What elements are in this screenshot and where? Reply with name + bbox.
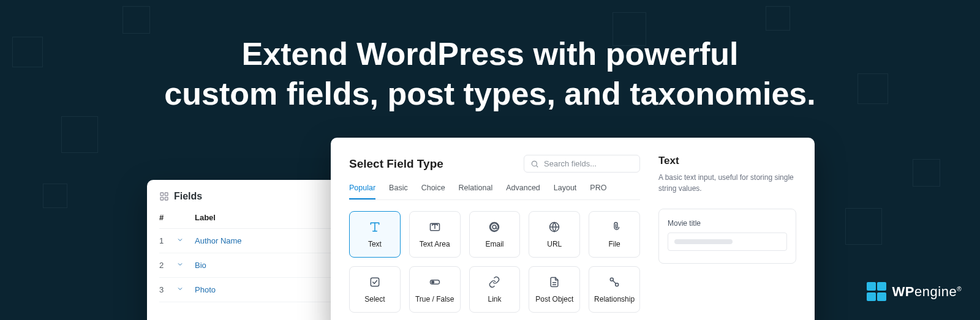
headline-line-1: Extend WordPress with powerful — [242, 36, 739, 72]
hero-headline: Extend WordPress with powerful custom fi… — [0, 34, 980, 114]
search-placeholder: Search fields... — [544, 159, 597, 168]
tab-choice[interactable]: Choice — [421, 184, 445, 199]
search-input[interactable]: Search fields... — [524, 155, 640, 173]
svg-rect-3 — [165, 197, 168, 200]
svg-rect-2 — [160, 197, 164, 200]
post-icon — [548, 276, 560, 290]
field-row-number: 1 — [159, 236, 176, 245]
fields-icon — [159, 192, 169, 201]
field-type-url[interactable]: URL — [529, 211, 580, 258]
field-type-tabs: PopularBasicChoiceRelationalAdvancedLayo… — [349, 184, 640, 200]
select-panel-title: Select Field Type — [349, 157, 443, 171]
wpengine-logo: WPengine® — [867, 282, 962, 302]
wpengine-logo-text: WPengine® — [892, 284, 962, 300]
column-number: # — [159, 213, 176, 222]
detail-title: Text — [658, 155, 796, 167]
svg-line-21 — [613, 280, 616, 283]
chevron-down-icon[interactable] — [176, 261, 195, 270]
textarea-icon — [429, 221, 441, 235]
field-type-post-object[interactable]: Post Object — [529, 266, 580, 313]
field-type-label: Link — [488, 295, 501, 303]
field-type-label: Relationship — [594, 295, 635, 303]
search-icon — [530, 160, 539, 168]
svg-point-4 — [532, 161, 537, 166]
fields-title-text: Fields — [174, 191, 202, 202]
field-type-link[interactable]: Link — [469, 266, 521, 313]
svg-point-11 — [493, 225, 497, 229]
field-type-label: Post Object — [535, 295, 573, 303]
tab-basic[interactable]: Basic — [389, 184, 408, 199]
svg-line-5 — [537, 165, 538, 167]
tab-advanced[interactable]: Advanced — [506, 184, 540, 199]
field-type-true-false[interactable]: True / False — [409, 266, 461, 313]
field-type-select[interactable]: Select — [349, 266, 401, 313]
field-preview: Movie title — [658, 209, 796, 264]
svg-rect-1 — [165, 193, 168, 196]
field-type-label: Email — [485, 240, 503, 248]
select-field-type-panel: Select Field Type Search fields... Popul… — [331, 138, 815, 320]
preview-label: Movie title — [668, 219, 787, 228]
svg-point-10 — [490, 222, 499, 231]
field-row-number: 3 — [159, 285, 176, 294]
tab-relational[interactable]: Relational — [459, 184, 493, 199]
tab-layout[interactable]: Layout — [554, 184, 577, 199]
preview-placeholder-bar — [674, 239, 733, 244]
field-type-label: Text — [368, 240, 382, 248]
select-icon — [369, 276, 381, 290]
chevron-down-icon[interactable] — [176, 285, 195, 294]
link-icon — [488, 276, 500, 290]
headline-line-2: custom fields, post types, and taxonomie… — [164, 76, 815, 111]
svg-point-16 — [432, 281, 434, 283]
email-icon — [488, 221, 500, 235]
field-type-relationship[interactable]: Relationship — [589, 266, 640, 313]
field-type-label: URL — [547, 240, 562, 248]
preview-text-input[interactable] — [668, 233, 787, 251]
toggle-icon — [429, 276, 441, 290]
field-row-number: 2 — [159, 261, 176, 270]
svg-rect-14 — [371, 278, 379, 286]
text-icon — [369, 221, 381, 235]
tab-pro[interactable]: PRO — [590, 184, 606, 199]
relationship-icon — [608, 276, 620, 290]
field-type-email[interactable]: Email — [469, 211, 521, 258]
field-type-file[interactable]: File — [589, 211, 640, 258]
file-icon — [608, 221, 620, 235]
field-type-detail: Text A basic text input, useful for stor… — [658, 155, 796, 320]
tab-popular[interactable]: Popular — [349, 184, 375, 199]
field-type-label: File — [608, 240, 620, 248]
field-type-label: Text Area — [420, 240, 450, 248]
field-type-label: Select — [364, 295, 385, 303]
wpengine-logo-mark — [867, 282, 886, 302]
field-type-text[interactable]: Text — [349, 211, 401, 258]
detail-description: A basic text input, useful for storing s… — [658, 172, 796, 194]
svg-rect-0 — [160, 193, 164, 196]
field-type-grid: TextText AreaEmailURLFileSelectTrue / Fa… — [349, 211, 640, 313]
field-type-text-area[interactable]: Text Area — [409, 211, 461, 258]
chevron-down-icon[interactable] — [176, 236, 195, 245]
url-icon — [548, 221, 560, 235]
field-type-label: True / False — [415, 295, 454, 303]
